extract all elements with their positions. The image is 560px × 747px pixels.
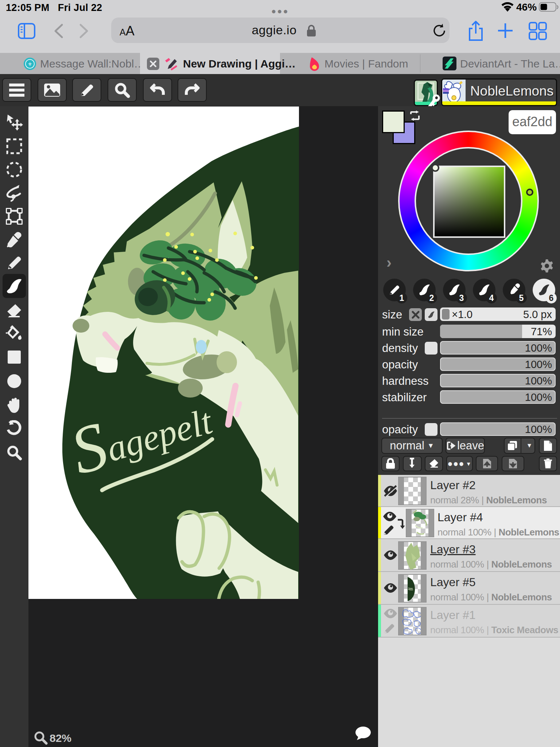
svg-text:⚜: ⚜ [28,61,32,67]
